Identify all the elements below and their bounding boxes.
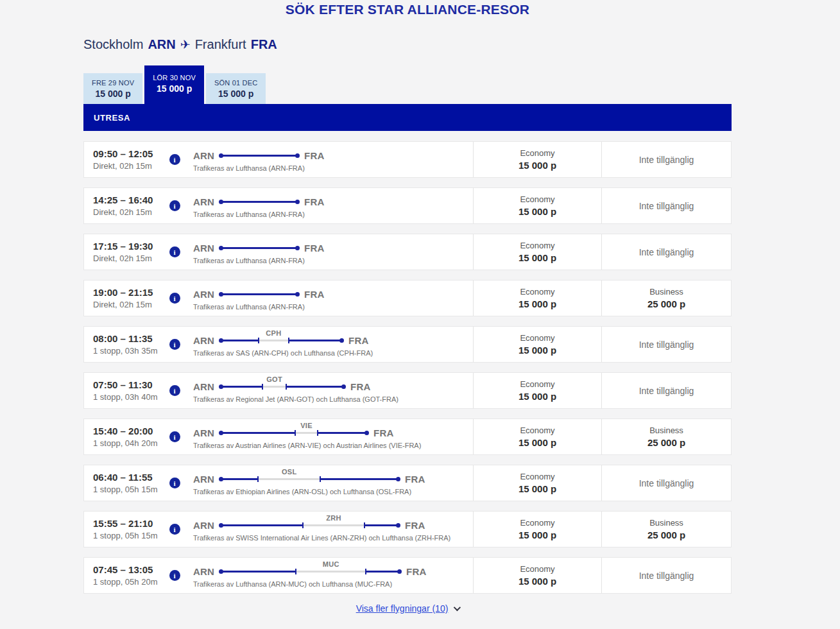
route-start-dot — [219, 523, 223, 528]
origin-airport-code: ARN — [193, 335, 214, 346]
chevron-down-icon[interactable] — [454, 604, 461, 611]
flight-times: 17:15 – 19:30 — [93, 241, 156, 252]
business-cell: Business 25 000 p — [647, 518, 685, 540]
business-fare-cell[interactable]: Business 25 000 p — [601, 280, 731, 316]
business-fare-cell[interactable]: Inte tillgänglig — [601, 558, 731, 593]
flight-row[interactable]: 14:25 – 16:40 Direkt, 02h 15m i ARN — [83, 187, 732, 224]
business-fare-cell[interactable]: Business 25 000 p — [601, 419, 731, 454]
tab-points-label: 15 000 p — [153, 83, 196, 94]
info-icon[interactable]: i — [169, 339, 180, 350]
flight-row[interactable]: 07:45 – 13:05 1 stopp, 05h 20m i ARN MUC — [83, 557, 732, 594]
flight-row[interactable]: 15:40 – 20:00 1 stopp, 04h 20m i ARN VIE — [83, 418, 732, 455]
route-column: ARN MUC FRA Trafikeras av Lufthansa (ARN… — [193, 558, 473, 593]
cabin-label: Economy — [520, 379, 554, 389]
flight-duration: 1 stopp, 05h 15m — [93, 485, 156, 494]
flight-row[interactable]: 17:15 – 19:30 Direkt, 02h 15m i ARN — [83, 234, 732, 270]
business-fare-cell[interactable]: Business 25 000 p — [601, 512, 731, 547]
flight-times: 06:40 – 11:55 — [93, 472, 156, 483]
economy-fare-cell[interactable]: Economy 15 000 p — [473, 419, 601, 454]
operating-carrier: Trafikeras av SAS (ARN-CPH) och Lufthans… — [193, 349, 473, 357]
date-tab-fri-29-nov[interactable]: FRE 29 NOV 15 000 p — [83, 73, 142, 104]
info-icon[interactable]: i — [169, 385, 180, 396]
economy-fare-cell[interactable]: Economy 15 000 p — [473, 512, 601, 547]
tab-date-label: LÖR 30 NOV — [153, 74, 196, 82]
flight-duration: Direkt, 02h 15m — [93, 161, 156, 171]
route-column: ARN FRA Trafikeras av Lufthansa (ARN-FRA… — [193, 280, 473, 316]
economy-fare-cell[interactable]: Economy 15 000 p — [473, 234, 601, 270]
route-track — [221, 201, 298, 203]
route-track: OSL — [221, 478, 399, 480]
economy-fare-cell[interactable]: Economy 15 000 p — [473, 280, 601, 316]
route-track: GOT — [221, 386, 344, 388]
origin-airport-code: ARN — [193, 243, 214, 254]
info-icon[interactable]: i — [169, 524, 180, 535]
route-track — [221, 155, 298, 157]
show-more-flights-link[interactable]: Visa fler flygningar (10) — [356, 603, 449, 614]
business-fare-cell[interactable]: Inte tillgänglig — [601, 465, 731, 501]
tick-start — [295, 430, 296, 436]
info-icon[interactable]: i — [169, 200, 180, 211]
economy-fare-cell[interactable]: Economy 15 000 p — [473, 142, 601, 177]
flight-row[interactable]: 08:00 – 11:35 1 stopp, 03h 35m i ARN CPH — [83, 326, 732, 363]
economy-fare-cell[interactable]: Economy 15 000 p — [473, 327, 601, 362]
business-fare-cell[interactable]: Inte tillgänglig — [601, 373, 731, 408]
icon-column: i — [156, 234, 193, 270]
stop-airport-code: OSL — [282, 468, 297, 476]
destination-airport-code: FRA — [304, 150, 324, 161]
cabin-label: Economy — [520, 518, 554, 528]
info-icon[interactable]: i — [169, 478, 180, 488]
economy-fare-cell[interactable]: Economy 15 000 p — [473, 373, 601, 408]
economy-fare-cell[interactable]: Economy 15 000 p — [473, 188, 601, 223]
cabin-label: Economy — [520, 564, 554, 574]
business-fare-cell[interactable]: Inte tillgänglig — [601, 327, 731, 362]
icon-column: i — [156, 558, 193, 593]
footer: Visa fler flygningar (10) — [83, 603, 732, 614]
business-fare-cell[interactable]: Inte tillgänglig — [601, 142, 731, 177]
icon-column: i — [156, 142, 193, 177]
layover-gap — [303, 524, 365, 526]
info-icon[interactable]: i — [169, 431, 180, 442]
business-fare-cell[interactable]: Inte tillgänglig — [601, 188, 731, 223]
route-start-dot — [219, 431, 223, 435]
origin-airport-code: ARN — [193, 566, 214, 577]
flight-row[interactable]: 19:00 – 21:15 Direkt, 02h 15m i ARN — [83, 280, 732, 316]
points-price: 15 000 p — [519, 530, 556, 540]
route-start-dot — [219, 338, 223, 343]
flight-row[interactable]: 15:55 – 21:10 1 stopp, 05h 15m i ARN ZRH — [83, 511, 732, 547]
icon-column: i — [156, 373, 193, 408]
operating-carrier: Trafikeras av Regional Jet (ARN-GOT) och… — [193, 395, 473, 403]
info-icon[interactable]: i — [169, 293, 180, 304]
origin-airport-code: ARN — [193, 381, 214, 392]
date-tab-sat-30-nov[interactable]: LÖR 30 NOV 15 000 p — [144, 65, 204, 104]
date-tab-sun-01-dec[interactable]: SÖN 01 DEC 15 000 p — [206, 73, 266, 104]
page-title: SÖK EFTER STAR ALLIANCE-RESOR — [83, 0, 732, 17]
route-end-dot — [295, 200, 300, 204]
route-line: ARN FRA — [193, 150, 473, 162]
route-column: ARN FRA Trafikeras av Lufthansa (ARN-FRA… — [193, 188, 473, 223]
flight-duration: Direkt, 02h 15m — [93, 207, 156, 217]
cabin-label: Economy — [520, 287, 554, 297]
route-column: ARN GOT FRA Trafikeras av Regional Jet (… — [193, 373, 473, 408]
info-icon[interactable]: i — [169, 154, 180, 165]
destination-airport-code: FRA — [405, 474, 425, 485]
route-line: ARN FRA — [193, 196, 473, 208]
cabin-label: Business — [649, 518, 683, 528]
flight-times: 08:00 – 11:35 — [93, 333, 156, 344]
points-price: 15 000 p — [519, 576, 556, 587]
flight-row[interactable]: 06:40 – 11:55 1 stopp, 05h 15m i ARN OSL — [83, 465, 732, 501]
economy-fare-cell[interactable]: Economy 15 000 p — [473, 558, 601, 593]
time-column: 07:50 – 11:30 1 stopp, 03h 40m — [84, 373, 156, 408]
flight-row[interactable]: 09:50 – 12:05 Direkt, 02h 15m i ARN — [83, 141, 732, 178]
flight-row[interactable]: 07:50 – 11:30 1 stopp, 03h 40m i ARN GOT — [83, 372, 732, 409]
cabin-label: Economy — [520, 241, 554, 250]
points-price: 15 000 p — [519, 298, 556, 309]
tab-points-label: 15 000 p — [214, 89, 257, 99]
economy-fare-cell[interactable]: Economy 15 000 p — [473, 465, 601, 501]
info-icon[interactable]: i — [169, 246, 180, 257]
route-line: ARN VIE FRA — [193, 427, 473, 439]
route-start-dot — [219, 200, 223, 204]
info-icon[interactable]: i — [169, 570, 180, 581]
route-line: ARN FRA — [193, 289, 473, 300]
route-track: VIE — [221, 432, 367, 434]
business-fare-cell[interactable]: Inte tillgänglig — [601, 234, 731, 270]
